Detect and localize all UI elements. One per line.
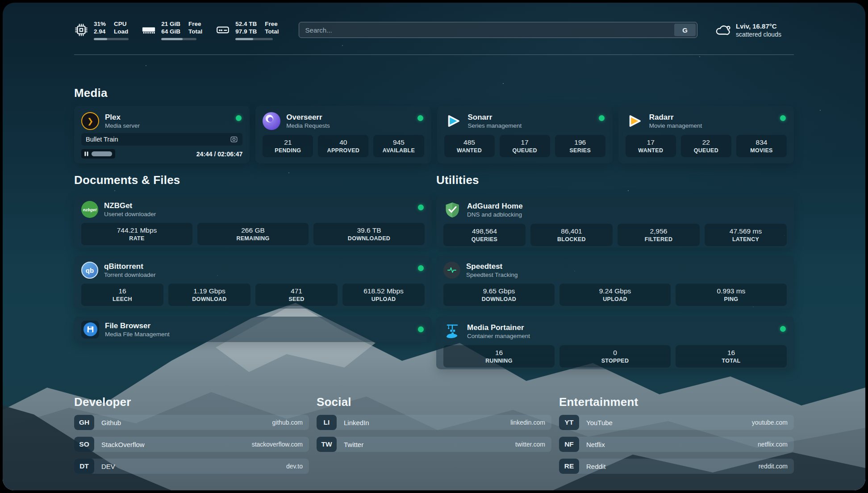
- bookmark-url: twitter.com: [515, 441, 545, 448]
- documents-column: Documents & Files nzbget NZBGet Usenet d…: [74, 173, 432, 342]
- playback-progress: 24:44 / 02:06:47: [81, 149, 242, 159]
- developer-links: Developer GH Github github.com SO StackO…: [74, 395, 309, 474]
- speedtest-icon: [443, 262, 460, 279]
- media-card-row: ❯ Plex Media server Bullet Train: [74, 106, 794, 163]
- qbittorrent-card[interactable]: qb qBittorrent Torrent downloader 16 LEE…: [74, 256, 432, 309]
- app-description: Movie management: [649, 122, 702, 130]
- bookmark-url: dev.to: [286, 463, 303, 470]
- filebrowser-card[interactable]: File Browser Media File Management: [74, 317, 432, 342]
- app-description: Container management: [467, 332, 530, 340]
- stat-box: 945 AVAILABLE: [373, 135, 424, 157]
- cpu-values: 31% 2.94: [94, 20, 106, 35]
- bookmark-url: youtube.com: [752, 419, 788, 426]
- nzbget-card[interactable]: nzbget NZBGet Usenet downloader 744.21 M…: [74, 195, 432, 248]
- portainer-card[interactable]: Media Portainer Container management 16 …: [436, 317, 794, 369]
- adguard-shield-icon: [443, 201, 461, 219]
- entertainment-links: Entertainment YT YouTube youtube.com NF …: [559, 395, 794, 474]
- status-dot-online: [418, 265, 424, 271]
- bookmark-abbr: YT: [559, 415, 579, 430]
- stat-box: 86,401 BLOCKED: [530, 224, 613, 246]
- search-bar: G: [299, 22, 697, 38]
- stat-box: 21 PENDING: [263, 135, 313, 157]
- bookmark-twitter[interactable]: TW Twitter twitter.com: [317, 437, 551, 452]
- stat-box: 471 SEED: [255, 284, 338, 306]
- stat-box: 2,956 FILTERED: [618, 224, 700, 246]
- search-input[interactable]: [299, 22, 697, 38]
- adguard-card[interactable]: AdGuard Home DNS and adblocking 498,564 …: [436, 195, 794, 248]
- status-dot-online: [417, 115, 423, 121]
- status-dot-online: [780, 326, 786, 332]
- bookmark-stackoverflow[interactable]: SO StackOverflow stackoverflow.com: [74, 437, 309, 452]
- bookmark-url: reddit.com: [759, 463, 788, 470]
- bookmark-youtube[interactable]: YT YouTube youtube.com: [559, 415, 794, 430]
- radarr-icon: [626, 112, 643, 130]
- bookmark-github[interactable]: GH Github github.com: [74, 415, 309, 430]
- pause-icon[interactable]: [84, 151, 88, 156]
- bookmark-reddit[interactable]: RE Reddit reddit.com: [559, 459, 794, 474]
- bookmark-name: StackOverflow: [101, 441, 145, 448]
- video-icon: [230, 135, 238, 143]
- weather-widget: Lviv, 16.87°C scattered clouds: [714, 22, 794, 38]
- overseerr-card[interactable]: Overseerr Media Requests 21 PENDING 40 A…: [255, 106, 431, 163]
- overseerr-icon: [263, 112, 280, 130]
- bookmark-url: github.com: [272, 419, 303, 426]
- app-name: AdGuard Home: [467, 201, 523, 211]
- app-name: Media Portainer: [467, 323, 530, 332]
- app-name: NZBGet: [104, 201, 156, 210]
- stat-box: 9.65 Gbps DOWNLOAD: [443, 284, 555, 306]
- bookmark-name: Twitter: [344, 441, 363, 448]
- speedtest-card[interactable]: Speedtest Speedtest Tracking 9.65 Gbps D…: [436, 256, 794, 309]
- stat-box: 22 QUEUED: [681, 135, 731, 157]
- bookmark-dev[interactable]: DT DEV dev.to: [74, 459, 309, 474]
- filebrowser-icon: [81, 321, 99, 338]
- stat-box: 16 RUNNING: [443, 345, 555, 368]
- bookmark-url: netflix.com: [758, 441, 788, 448]
- memory-values: 21 GiB 64 GiB: [161, 20, 180, 35]
- app-description: Torrent downloader: [104, 271, 156, 279]
- stat-box: 39.6 TB DOWNLOADED: [313, 223, 425, 245]
- bookmark-name: YouTube: [586, 419, 613, 426]
- dashboard-screen: 31% 2.94 CPU Load: [3, 3, 865, 490]
- cpu-usage-widget: 31% 2.94 CPU Load: [74, 20, 128, 40]
- section-title-documents: Documents & Files: [74, 173, 432, 187]
- now-playing-title: Bullet Train: [86, 136, 226, 143]
- stat-box: 47.569 ms LATENCY: [705, 224, 787, 246]
- stat-box: 40 APPROVED: [318, 135, 368, 157]
- top-bar: 31% 2.94 CPU Load: [74, 18, 794, 42]
- app-description: DNS and adblocking: [467, 211, 523, 218]
- cloud-icon: [714, 22, 730, 38]
- stat-box: 498,564 QUERIES: [443, 224, 526, 246]
- bookmark-name: Netflix: [586, 441, 605, 448]
- storage-labels: Free Total: [265, 20, 279, 35]
- app-name: Overseerr: [286, 113, 330, 122]
- playback-progress-fill: [92, 151, 112, 156]
- bookmark-linkedin[interactable]: LI LinkedIn linkedin.com: [317, 415, 551, 430]
- storage-values: 52.4 TB 97.9 TB: [235, 20, 257, 35]
- memory-labels: Free Total: [188, 20, 202, 35]
- app-name: Sonarr: [468, 113, 522, 122]
- cpu-icon: [74, 23, 88, 37]
- status-dot-online: [599, 115, 605, 121]
- bookmark-url: linkedin.com: [510, 419, 545, 426]
- bookmark-abbr: TW: [317, 437, 337, 452]
- section-title-social: Social: [317, 395, 551, 409]
- radarr-card[interactable]: Radarr Movie management 17 WANTED 22 QUE…: [618, 106, 794, 163]
- plex-card[interactable]: ❯ Plex Media server Bullet Train: [74, 106, 250, 163]
- ram-icon: [142, 23, 156, 37]
- search-engine-button[interactable]: G: [674, 24, 696, 36]
- plex-icon: ❯: [81, 112, 99, 130]
- portainer-icon: [443, 322, 461, 340]
- memory-usage-widget: 21 GiB 64 GiB Free Total: [142, 20, 202, 40]
- stat-box: 485 WANTED: [444, 135, 495, 157]
- bookmark-name: Reddit: [586, 463, 605, 470]
- stat-box: 0 STOPPED: [559, 345, 671, 368]
- sonarr-card[interactable]: Sonarr Series management 485 WANTED 17 Q…: [437, 106, 613, 163]
- snow-specks: [3, 3, 4, 4]
- bookmark-abbr: GH: [74, 415, 94, 430]
- section-title-developer: Developer: [74, 395, 309, 409]
- app-description: Usenet downloader: [104, 210, 156, 218]
- floppy-icon: [86, 325, 95, 334]
- status-dot-online: [418, 205, 424, 210]
- bookmark-netflix[interactable]: NF Netflix netflix.com: [559, 437, 794, 452]
- stat-box: 834 MOVIES: [736, 135, 787, 157]
